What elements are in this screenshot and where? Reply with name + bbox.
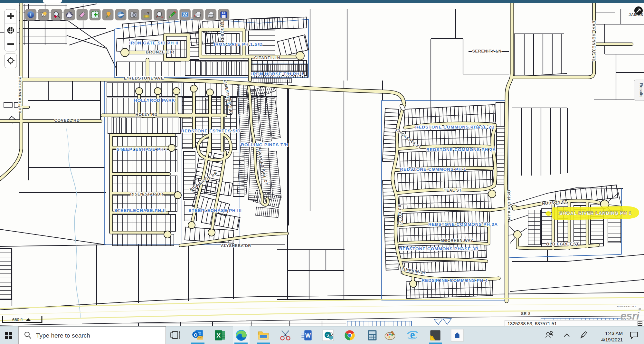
svg-text:Results: Results: [639, 83, 644, 97]
svg-text:1325238.53, 637571.51: 1325238.53, 637571.51: [507, 321, 557, 326]
svg-text:RISEN STAR DR: RISEN STAR DR: [130, 192, 164, 196]
svg-text:BRONZE CIR: BRONZE CIR: [146, 50, 175, 54]
svg-text:IRON HORSE T/H PH 1: IRON HORSE T/H PH 1: [251, 72, 304, 76]
svg-text:SR 8: SR 8: [521, 311, 531, 316]
svg-text:REDSTONE ESTATES S/D: REDSTONE ESTATES S/D: [181, 129, 241, 133]
svg-text:660 ft: 660 ft: [12, 317, 23, 322]
svg-text:ROLLING PINES T/H: ROLLING PINES T/H: [241, 142, 289, 147]
svg-text:EARL KENNEDY RD: EARL KENNEDY RD: [592, 21, 596, 62]
svg-text:TEAL ST: TEAL ST: [444, 188, 461, 193]
svg-text:POWERED BY: POWERED BY: [617, 305, 636, 308]
svg-text:REDSTONE COMMONS PHASE 3B: REDSTONE COMMONS PHASE 3B: [399, 246, 479, 251]
svg-text:COVELL RD: COVELL RD: [54, 118, 80, 123]
svg-text:SERENITY LN: SERENITY LN: [472, 49, 501, 53]
svg-text:STEEPLECHASE PH I: STEEPLECHASE PH I: [117, 147, 167, 152]
svg-text:E REDSTONE AVE: E REDSTONE AVE: [124, 76, 164, 81]
svg-text:X: X: [216, 332, 221, 339]
svg-text:REDSTONE COMMONS PH 3A: REDSTONE COMMONS PH 3A: [428, 222, 498, 227]
svg-text:O: O: [194, 332, 197, 338]
svg-text:CITADEL LN: CITADEL LN: [254, 56, 280, 60]
svg-text:ALYSHEBA DR: ALYSHEBA DR: [221, 244, 251, 248]
svg-text:IRON GATE S/D PH II: IRON GATE S/D PH II: [129, 41, 178, 45]
svg-text:1:43 AM: 1:43 AM: [605, 330, 623, 336]
svg-text:OKALOOSA LN: OKALOOSA LN: [507, 190, 511, 220]
svg-text:i: i: [30, 12, 31, 17]
svg-text:REDSTONE COMMONS PH 4: REDSTONE COMMONS PH 4: [421, 278, 488, 283]
svg-text:IRON GATE PH 1 S/D: IRON GATE PH 1 S/D: [214, 42, 263, 47]
svg-text:SHOAL RIVER LANDING PH 1: SHOAL RIVER LANDING PH 1: [559, 211, 631, 216]
svg-text:HOLLYROD PARK: HOLLYROD PARK: [134, 98, 175, 103]
svg-text:Type here to search: Type here to search: [36, 332, 90, 339]
svg-text:esri: esri: [620, 310, 640, 322]
svg-text:4/19/2021: 4/19/2021: [601, 337, 623, 342]
svg-text:HOLLY RD: HOLLY RD: [136, 112, 158, 117]
svg-text:STEEPLECHASE PH III: STEEPLECHASE PH III: [188, 208, 242, 213]
svg-text:BROOKMEADE DR: BROOKMEADE DR: [18, 77, 22, 114]
svg-text:W: W: [305, 332, 311, 339]
svg-text:REDSTONE COMMONS PHASE 2B: REDSTONE COMMONS PHASE 2B: [415, 125, 495, 129]
svg-text:REDSTONE COMMONS PH 1: REDSTONE COMMONS PH 1: [400, 167, 466, 172]
svg-text:REDSTONE COMMONS PH 2A: REDSTONE COMMONS PH 2A: [426, 147, 496, 152]
svg-text:↔?: ↔?: [144, 11, 149, 15]
svg-text:STEEPLECHASE PH II: STEEPLECHASE PH II: [114, 208, 166, 213]
svg-text:S: S: [326, 333, 329, 338]
svg-text:OLD EGRET ST: OLD EGRET ST: [546, 242, 579, 246]
svg-text:MOORHEN WAY: MOORHEN WAY: [440, 238, 473, 243]
